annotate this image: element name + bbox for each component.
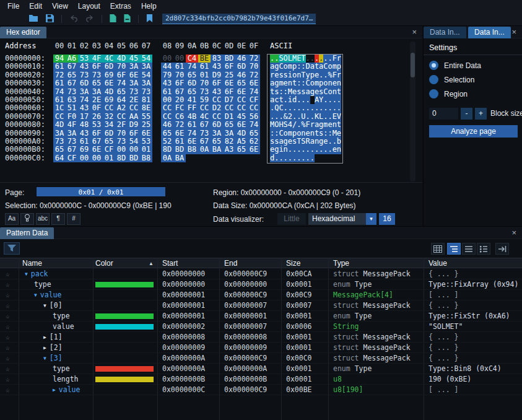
ascii-char[interactable]: e bbox=[274, 71, 279, 79]
hex-byte[interactable]: CF bbox=[66, 154, 78, 162]
hex-byte[interactable]: 61 bbox=[78, 138, 90, 146]
ascii-char[interactable]: a bbox=[279, 138, 283, 146]
ascii-char[interactable]: . bbox=[310, 113, 315, 121]
hex-byte[interactable]: 64 bbox=[115, 96, 128, 104]
ascii-char[interactable]: . bbox=[270, 104, 274, 112]
hex-byte[interactable]: 61 bbox=[161, 88, 173, 96]
ascii-char[interactable]: y bbox=[306, 71, 310, 79]
color-swatch[interactable] bbox=[95, 377, 154, 382]
hex-byte[interactable]: 54 bbox=[140, 55, 152, 63]
pattern-row[interactable]: ☆▶[2]0x000000090x000000090x0001struct Me… bbox=[0, 343, 522, 353]
ascii-char[interactable]: n bbox=[333, 88, 337, 96]
ascii-char[interactable]: E bbox=[297, 55, 301, 63]
ascii-char[interactable]: e bbox=[315, 88, 319, 96]
hex-byte[interactable]: 3A bbox=[53, 129, 66, 138]
font-case-button[interactable]: Aa bbox=[5, 213, 19, 225]
ascii-char[interactable]: M bbox=[333, 129, 337, 138]
ascii-char[interactable]: s bbox=[319, 88, 323, 96]
ascii-char[interactable]: F bbox=[333, 55, 337, 63]
ascii-char[interactable]: . bbox=[301, 96, 305, 104]
favorite-star-icon[interactable]: ☆ bbox=[6, 343, 10, 353]
hex-byte[interactable]: 6F bbox=[90, 63, 103, 71]
pattern-row[interactable]: ☆length0x0000000B0x0000000B0x0001u8190 (… bbox=[0, 374, 522, 385]
ascii-char[interactable]: n bbox=[337, 146, 341, 154]
column-header-value[interactable]: Value bbox=[428, 259, 447, 268]
ascii-char[interactable]: m bbox=[288, 129, 292, 138]
hex-byte[interactable]: 73 bbox=[78, 71, 90, 79]
hex-byte[interactable]: CC bbox=[211, 96, 223, 104]
ascii-char[interactable]: . bbox=[333, 96, 337, 104]
hex-byte[interactable]: 67 bbox=[198, 121, 211, 129]
ascii-char[interactable]: . bbox=[297, 154, 301, 162]
ascii-char[interactable]: . bbox=[310, 104, 315, 112]
hex-byte[interactable]: 70 bbox=[115, 129, 128, 138]
ascii-char[interactable]: s bbox=[319, 129, 323, 138]
hex-byte[interactable]: 6D bbox=[78, 79, 90, 87]
hex-byte[interactable]: 0A bbox=[161, 154, 173, 162]
increment-button[interactable]: + bbox=[475, 108, 487, 120]
hex-byte[interactable]: BD bbox=[223, 55, 235, 63]
ascii-char[interactable]: n bbox=[333, 121, 337, 129]
hex-byte[interactable]: 74 bbox=[248, 121, 260, 129]
ascii-char[interactable]: n bbox=[301, 129, 305, 138]
hex-byte[interactable]: 45 bbox=[235, 113, 248, 121]
favorite-star-icon[interactable]: ☆ bbox=[6, 322, 10, 332]
highlight-button[interactable] bbox=[20, 213, 34, 225]
ascii-char[interactable]: o bbox=[284, 63, 288, 71]
hex-byte[interactable]: 43 bbox=[78, 104, 90, 112]
hex-byte[interactable]: 2E bbox=[128, 96, 140, 104]
menu-item-help[interactable]: Help bbox=[136, 0, 162, 12]
ascii-char[interactable]: p bbox=[310, 71, 315, 79]
ascii-char[interactable]: d bbox=[292, 96, 297, 104]
collapse-arrow-icon[interactable]: ▼ bbox=[25, 271, 28, 277]
ascii-char[interactable]: e bbox=[292, 88, 297, 96]
hex-byte[interactable]: 45 bbox=[128, 55, 140, 63]
ascii-char[interactable]: n bbox=[284, 146, 288, 154]
hex-byte[interactable]: 65 bbox=[161, 129, 173, 138]
hex-byte[interactable]: 6F bbox=[223, 88, 235, 96]
hex-byte[interactable]: BD bbox=[128, 154, 140, 162]
hex-byte[interactable]: 61 bbox=[53, 96, 66, 104]
hex-byte[interactable]: 4F bbox=[66, 121, 78, 129]
hex-byte[interactable]: 69 bbox=[103, 71, 115, 79]
hex-byte[interactable]: C4 bbox=[186, 55, 198, 63]
ascii-char[interactable]: . bbox=[306, 96, 310, 104]
ascii-char[interactable]: T bbox=[301, 71, 305, 79]
ascii-char[interactable]: a bbox=[315, 121, 319, 129]
ascii-char[interactable]: 4 bbox=[288, 121, 292, 129]
radio-unselected-icon[interactable] bbox=[429, 75, 438, 84]
ascii-char[interactable]: . bbox=[323, 104, 328, 112]
tab-data-information-1[interactable]: Data In... bbox=[424, 27, 466, 38]
hex-byte[interactable]: 6E bbox=[248, 146, 260, 154]
hex-byte[interactable]: 6F bbox=[115, 71, 128, 79]
ascii-char[interactable]: T bbox=[301, 55, 305, 63]
radio-unselected-icon[interactable] bbox=[429, 89, 438, 98]
hex-byte[interactable]: 74 bbox=[186, 63, 198, 71]
ascii-char[interactable]: . bbox=[274, 154, 279, 162]
hex-byte[interactable]: 65 bbox=[248, 129, 260, 138]
block-size-input[interactable]: 0 bbox=[429, 108, 458, 120]
favorite-star-icon[interactable]: ☆ bbox=[6, 269, 10, 279]
hex-byte[interactable]: 8D bbox=[161, 146, 173, 154]
ascii-char[interactable]: H bbox=[279, 121, 283, 129]
endianness-toggle[interactable]: Little bbox=[277, 213, 306, 225]
pattern-row[interactable]: ☆value0x000000020x000000070x0006String"S… bbox=[0, 322, 522, 332]
ascii-char[interactable]: e bbox=[306, 129, 310, 138]
favorite-star-icon[interactable]: ☆ bbox=[6, 385, 10, 395]
column-header-type[interactable]: Type bbox=[333, 259, 349, 268]
hex-byte[interactable]: 70 bbox=[248, 63, 260, 71]
ascii-char[interactable]: g bbox=[319, 138, 323, 146]
favorite-star-icon[interactable]: ☆ bbox=[6, 300, 10, 311]
ascii-char[interactable]: g bbox=[274, 79, 279, 87]
collapse-arrow-icon[interactable]: ▼ bbox=[43, 356, 46, 361]
hex-byte[interactable]: 00 bbox=[90, 154, 103, 162]
hex-byte[interactable]: 20 bbox=[173, 96, 186, 104]
hex-byte[interactable]: B8 bbox=[186, 146, 198, 154]
ascii-char[interactable]: . bbox=[284, 154, 288, 162]
hex-byte[interactable]: 73 bbox=[66, 88, 78, 96]
ascii-char[interactable]: t bbox=[279, 96, 283, 104]
hex-byte[interactable]: 25 bbox=[223, 71, 235, 79]
menu-item-view[interactable]: View bbox=[47, 0, 73, 12]
ascii-char[interactable]: . bbox=[284, 104, 288, 112]
menu-item-edit[interactable]: Edit bbox=[24, 0, 47, 12]
